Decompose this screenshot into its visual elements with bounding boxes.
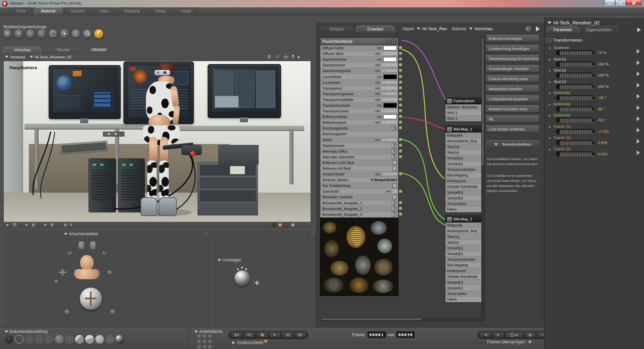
node-row-wert-2[interactable]: Wert 2 xyxy=(445,116,482,121)
row-dial-icon[interactable] xyxy=(398,109,403,113)
timeline-track[interactable] xyxy=(268,343,486,344)
color-dot-tan[interactable] xyxy=(278,223,282,227)
dolly-ball-icon[interactable] xyxy=(64,309,70,315)
collapse-icon[interactable] xyxy=(218,259,221,261)
material-row-brechungsfarbe[interactable]: Brechungsfarbe? xyxy=(320,126,398,131)
node-collapse-icon[interactable]: » xyxy=(447,217,452,222)
room-tab-setup[interactable]: Setup xyxy=(149,7,172,15)
node-row-bildquelle[interactable]: Bildquelle xyxy=(445,133,482,138)
value-field[interactable]: 0,300000 xyxy=(382,120,397,124)
value-field[interactable]: 1,000000 xyxy=(382,52,397,56)
node-row-bild-mapping[interactable]: Bild-Mapping xyxy=(445,172,482,178)
row-dial-icon[interactable] xyxy=(398,138,403,142)
dial-value[interactable]: 36 ° xyxy=(598,107,605,111)
connect-node-icon[interactable]: ? xyxy=(391,154,397,160)
panel-corner-icon[interactable] xyxy=(311,232,314,234)
row-dial-icon[interactable] xyxy=(398,189,403,194)
row-dial-icon[interactable] xyxy=(398,103,403,107)
add-key-button[interactable] xyxy=(524,332,536,338)
last-frame-button[interactable] xyxy=(244,332,255,338)
node-area-vertical-scrollbar[interactable] xyxy=(481,37,485,321)
translate-in-out-tool-button[interactable]: ↕ xyxy=(37,29,47,39)
twist-tool-button[interactable]: ≡ xyxy=(14,29,24,39)
grid-view-icon[interactable] xyxy=(391,39,396,44)
material-row-alternativ-glanzlicht[interactable]: Alternativ Glanzlicht? xyxy=(320,154,398,160)
display-style-cartoon-lined[interactable] xyxy=(85,335,94,344)
preview-viewport[interactable]: Hauptkamera xyxy=(3,61,311,222)
value-field[interactable]: 0,000000 xyxy=(382,109,397,113)
node-row-hintergrund[interactable]: Hintergrund xyxy=(445,178,482,184)
timeline-marker[interactable] xyxy=(264,340,268,343)
object-dropdown-icon[interactable] xyxy=(417,28,420,30)
color-picker-tool-button[interactable] xyxy=(94,29,104,39)
node-row-versatz-u-[interactable]: Versatz[u] xyxy=(445,155,482,161)
row-dial-icon[interactable] xyxy=(398,80,403,85)
restore-button[interactable] xyxy=(615,0,626,6)
node-row-skal-u-[interactable]: Skal.[u] xyxy=(445,144,482,150)
dial-widget[interactable] xyxy=(556,129,594,135)
light-dot[interactable] xyxy=(241,267,243,268)
color-swatch[interactable] xyxy=(383,74,397,79)
first-frame-button[interactable] xyxy=(231,332,243,338)
loop-radio[interactable] xyxy=(231,341,235,345)
node-image-map-2[interactable]: »Bild-Map_2 BildquelleAutomatische_AnpSk… xyxy=(445,126,482,213)
next-key-button[interactable] xyxy=(492,332,504,338)
material-dropdown-icon[interactable] xyxy=(469,28,473,30)
hand-right-icon[interactable] xyxy=(90,241,96,250)
material-row-reflexion-kd-mult[interactable]: Reflexion Kd Mult xyxy=(320,166,398,171)
collapse-icon[interactable] xyxy=(195,331,198,333)
node-row-bild-mapping[interactable]: Bild-Mapping xyxy=(445,262,482,268)
connect-node-icon[interactable]: ? xyxy=(391,206,397,211)
side-ball-icon[interactable] xyxy=(54,279,59,284)
node-collapse-icon[interactable]: » xyxy=(447,127,452,132)
row-dial-icon[interactable] xyxy=(398,126,403,130)
material-row-verlaufs-modus[interactable]: Verlaufs_Modus▼Verlauf-Relief xyxy=(320,177,398,183)
node-row-texturst-rke[interactable]: Texturstärke xyxy=(445,291,482,297)
action-button-ambient-occlusion-einst[interactable]: Ambient Occlusion einst. xyxy=(486,105,539,112)
material-row-diffuse-farbe[interactable]: Diffuse Farbe xyxy=(320,45,398,51)
minimize-button[interactable] xyxy=(604,0,615,6)
material-row-transparenz[interactable]: Transparenz0,000000 xyxy=(320,86,398,91)
value-field[interactable]: 0,100000 xyxy=(382,69,397,73)
row-dial-icon[interactable] xyxy=(398,51,403,56)
dial-value[interactable]: -53 ° xyxy=(598,118,606,122)
animation-link-icon[interactable] xyxy=(375,121,380,124)
node-row-skal-v-[interactable]: Skal.[v] xyxy=(445,150,482,155)
display-style-lit-wireframe[interactable] xyxy=(45,335,54,344)
node-row-wert-1[interactable]: Wert 1 xyxy=(445,110,482,116)
material-row-leuchtfarbe[interactable]: Leuchtfarbe xyxy=(320,74,398,80)
node-row-spiegel-v-[interactable]: Spiegel[v] xyxy=(445,195,482,201)
workspace-sphere[interactable] xyxy=(203,345,207,349)
skip-frames-toggle[interactable] xyxy=(528,340,532,344)
display-style-header[interactable]: Dokumentdarstellung xyxy=(5,329,47,334)
taper-tool-button[interactable]: ▼ xyxy=(60,29,69,39)
figure-dropdown-icon[interactable] xyxy=(5,56,8,58)
head-camera-icon[interactable] xyxy=(80,255,94,270)
dial-value[interactable]: 4,996 xyxy=(598,141,607,145)
material-row-relief[interactable]: Relief0,030000 xyxy=(320,137,398,143)
checkbox[interactable] xyxy=(392,195,397,199)
move-cross-icon[interactable] xyxy=(283,54,288,59)
value-field[interactable]: 0,000000 xyxy=(382,98,397,102)
room-tab-kleidung[interactable]: Kleidung xyxy=(118,7,146,15)
row-dial-icon[interactable] xyxy=(398,57,403,61)
checkbox[interactable] xyxy=(392,160,397,165)
dial-widget[interactable] xyxy=(556,151,594,157)
collapse-icon[interactable] xyxy=(5,331,8,333)
material-row-benutzerdef-ausgabe-2[interactable]: Benutzerdef_Ausgabe_2? xyxy=(320,206,398,212)
action-button-schattenf-nger-einstellen[interactable]: Schattenfänger einstellen xyxy=(486,65,539,72)
material-row-normalen-vorw-rts[interactable]: Normalen vorwärts xyxy=(320,194,398,200)
ball-icon[interactable] xyxy=(267,54,272,60)
dolly-ball-icon[interactable] xyxy=(110,309,116,315)
color-swatch[interactable] xyxy=(383,46,397,50)
animation-link-icon[interactable] xyxy=(375,64,380,67)
action-button-volumenstreuung-f-r-haut-hinzuf[interactable]: Volumenstreuung für Haut hinzufü... xyxy=(486,55,539,62)
panel-corner-icon[interactable] xyxy=(206,232,208,234)
light-ball-control[interactable] xyxy=(234,270,250,286)
material-row-nur-schattenfang[interactable]: Nur Schattenfang xyxy=(320,183,398,189)
display-style-smooth-lined[interactable] xyxy=(105,335,114,344)
material-row-transluzenzfarbe[interactable]: Transluzenzfarbe xyxy=(320,103,398,108)
row-dial-icon[interactable] xyxy=(398,149,403,153)
workspace-sphere[interactable] xyxy=(208,334,212,339)
material-row-displacement[interactable]: Displacement? xyxy=(320,143,398,149)
